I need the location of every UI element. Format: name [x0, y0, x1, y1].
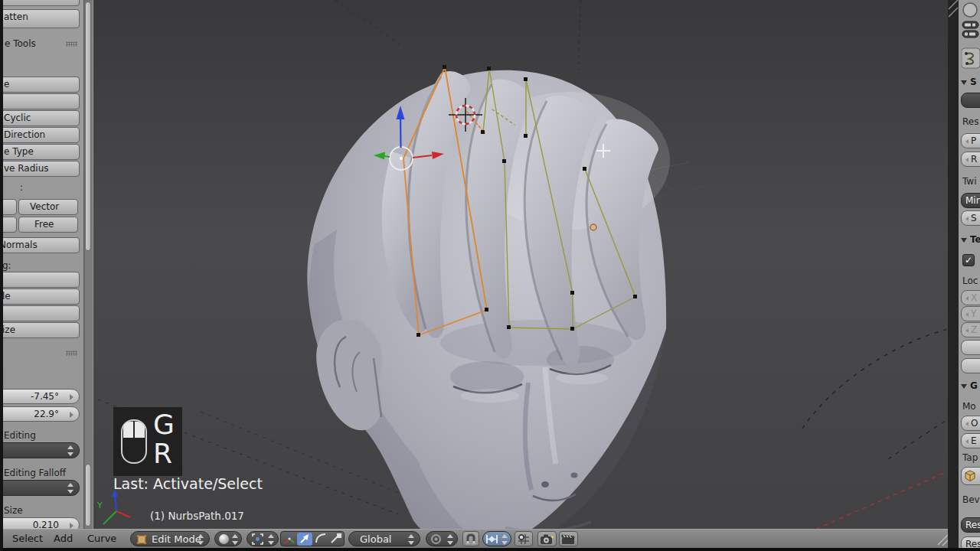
- texture-space-button[interactable]: [961, 340, 980, 355]
- redo-panel-grip-icon[interactable]: [66, 350, 77, 356]
- spline-type-button[interactable]: e Type: [0, 144, 80, 160]
- partial-top-button[interactable]: [0, 0, 80, 6]
- twist-smooth-field[interactable]: S: [961, 210, 980, 226]
- recalc-normals-button[interactable]: Normals: [0, 237, 80, 253]
- opengl-render-anim-button[interactable]: [559, 531, 578, 546]
- modeling-button-2[interactable]: le: [0, 289, 80, 305]
- rotate-manipulator-toggle[interactable]: [313, 532, 328, 546]
- collapse-triangle-icon: [961, 238, 967, 243]
- toggle-cyclic-button[interactable]: Cyclic: [0, 110, 80, 126]
- solid-shading-icon: [218, 533, 230, 545]
- angle-slider-2[interactable]: 22.9°: [0, 406, 80, 422]
- flatten-label: atten: [4, 11, 28, 22]
- translate-manipulator-toggle[interactable]: [297, 533, 312, 546]
- scrollbar-thumb[interactable]: [85, 2, 91, 251]
- translate-arrow-icon: [297, 533, 312, 546]
- extrude-button[interactable]: e: [0, 77, 80, 93]
- orientation-dropdown[interactable]: Global: [348, 531, 420, 546]
- decrement-arrow-icon: [965, 328, 969, 333]
- shading-dropdown[interactable]: [214, 531, 242, 546]
- texture-space-panel-header[interactable]: Te: [961, 234, 980, 245]
- decrement-arrow-icon: [965, 217, 969, 221]
- modeling-button-3[interactable]: [0, 305, 80, 321]
- viewport-3d[interactable]: [93, 0, 948, 529]
- mode-dropdown[interactable]: Edit Mode: [130, 531, 210, 546]
- texture-space-checkbox[interactable]: ✓: [962, 254, 975, 266]
- proportional-editing-label: Editing: [4, 430, 36, 441]
- offset-field[interactable]: O: [961, 416, 980, 431]
- decrement-arrow-icon: [965, 439, 969, 444]
- extrude-field[interactable]: E: [961, 433, 980, 448]
- panel-grip-icon[interactable]: [66, 41, 77, 47]
- mode-label: Edit Mode: [152, 533, 201, 545]
- decrement-arrow-icon: [965, 158, 969, 162]
- scrollbar-thumb-lower[interactable]: [85, 464, 91, 527]
- datablock-browse-icon[interactable]: [962, 20, 980, 40]
- curve-tools-panel-header[interactable]: e Tools: [5, 38, 36, 49]
- modeling-button-4[interactable]: ize: [0, 322, 80, 338]
- menu-curve[interactable]: Curve: [87, 533, 116, 544]
- angle-slider-1[interactable]: -7.45°: [0, 389, 80, 404]
- location-z-field[interactable]: Z: [961, 322, 980, 337]
- flatten-button[interactable]: atten: [0, 9, 80, 28]
- curve-radius-button[interactable]: ve Radius: [0, 161, 80, 177]
- tool-button[interactable]: [0, 93, 80, 109]
- switch-direction-button[interactable]: Direction: [0, 127, 80, 143]
- field-label: O: [971, 418, 978, 429]
- texture-space-button-2[interactable]: [961, 358, 980, 373]
- manipulator-axes-icon[interactable]: [283, 532, 296, 546]
- shelf-scrollbar[interactable]: [83, 0, 93, 529]
- properties-header-icon[interactable]: [961, 2, 979, 20]
- menu-add[interactable]: Add: [54, 533, 73, 544]
- twisting-label: Twi: [962, 176, 977, 187]
- modeling-button-1[interactable]: [0, 272, 80, 288]
- properties-panel: S Res P R Twi Min S Te ✓ Loc X Y Z G Mo …: [959, 0, 980, 551]
- opengl-render-button[interactable]: [537, 531, 557, 546]
- clapperboard-icon: [561, 533, 576, 546]
- snap-element-dropdown[interactable]: [482, 531, 511, 546]
- button-label: Cyclic: [4, 112, 31, 123]
- button-label: Vector: [30, 201, 59, 212]
- handle-vector-button[interactable]: Vector: [18, 199, 78, 215]
- taper-object-dropdown[interactable]: [961, 467, 980, 485]
- shape-panel-header[interactable]: S: [961, 77, 977, 87]
- button-label: e: [4, 79, 9, 90]
- button-label: ve Radius: [4, 163, 49, 174]
- proportional-falloff-dropdown[interactable]: [0, 480, 80, 496]
- bevel-res-button-dark[interactable]: Res: [961, 517, 980, 533]
- shape-mode-button[interactable]: [961, 93, 980, 108]
- field-label: E: [971, 435, 977, 446]
- location-y-field[interactable]: Y: [961, 306, 980, 321]
- mini-axis-gizmo: Y: [96, 487, 138, 530]
- scale-manipulator-toggle[interactable]: [328, 532, 344, 546]
- proportional-edit-dropdown[interactable]: [426, 531, 458, 546]
- twist-minimum-button[interactable]: Min: [961, 193, 980, 208]
- snap-toggle-button[interactable]: [462, 531, 479, 546]
- button-label: ize: [2, 324, 15, 335]
- button-label: Free: [34, 219, 54, 230]
- collapse-triangle-icon: [961, 80, 967, 85]
- decrement-arrow-icon: [965, 296, 969, 301]
- location-x-field[interactable]: X: [961, 290, 980, 305]
- field-label: P: [971, 135, 976, 146]
- modification-label: Mo: [962, 401, 976, 412]
- viewport-header-bar: Select Add Curve Edit Mode: [0, 529, 953, 548]
- snap-target-button[interactable]: [514, 531, 533, 546]
- orientation-label: Global: [360, 533, 391, 545]
- pivot-dropdown[interactable]: [247, 531, 279, 546]
- field-label: S: [971, 213, 977, 223]
- slider-value: -7.45°: [31, 391, 59, 402]
- viewport-corner-widget[interactable]: [948, 0, 959, 23]
- preview-u-field[interactable]: P: [961, 133, 980, 148]
- menu-select[interactable]: Select: [12, 533, 43, 544]
- left-eye: [450, 361, 524, 403]
- editor-divider[interactable]: [948, 0, 959, 551]
- dropdown-arrows-icon: [408, 533, 415, 546]
- active-control-point: [590, 224, 596, 230]
- proportional-editing-dropdown[interactable]: [0, 442, 80, 458]
- curve-data-icon[interactable]: [962, 47, 980, 69]
- geometry-panel-header[interactable]: G: [961, 380, 978, 391]
- render-u-field[interactable]: R: [961, 152, 980, 167]
- dropdown-arrows-icon: [447, 533, 454, 546]
- handle-free-button[interactable]: Free: [18, 217, 78, 233]
